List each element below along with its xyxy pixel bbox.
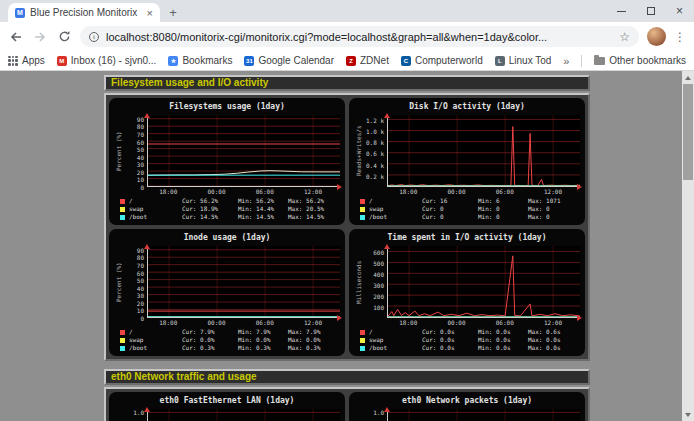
y-tick-label: 1.2 k [366, 116, 384, 123]
y-tick-label: 40 [137, 153, 144, 160]
y-tick-label: 0.4 k [366, 161, 384, 168]
address-bar[interactable]: i localhost:8080/monitorix-cgi/monitorix… [80, 26, 639, 47]
x-tick-label: 18:00 [159, 188, 177, 195]
graph-filesystems-usage[interactable]: Filesystems usage (1day) Percent (%) 010… [109, 98, 345, 225]
window-maximize-button[interactable] [636, 0, 665, 22]
page-info-icon[interactable]: i [89, 32, 99, 42]
other-bookmarks-button[interactable]: Other bookmarks [594, 55, 686, 66]
x-tick-label: 06:00 [496, 319, 514, 326]
legend-cur-value: Cur: 14.5% [182, 213, 238, 221]
graph-eth0-packets[interactable]: eth0 Network packets (1day) 1.00.8 18:00… [349, 392, 585, 421]
legend-row: /Cur: 7.9%Min: 7.9%Max: 7.9% [120, 328, 340, 336]
legend-min-value: Min: 14.4% [238, 205, 288, 213]
tab-close-icon[interactable]: × [147, 7, 153, 19]
y-axis-label [114, 409, 123, 421]
legend-row: swapCur: 0Min: 0Max: 0 [360, 205, 580, 213]
plot-area [387, 115, 580, 187]
linux-today-icon: L [495, 56, 505, 66]
y-axis-ticks: 100200300400500600 [363, 246, 387, 318]
x-tick-label: 12:00 [304, 188, 322, 195]
y-tick-label: 50 [137, 277, 144, 284]
legend-color-swatch [120, 346, 125, 351]
profile-avatar[interactable] [647, 27, 666, 46]
browser-menu-icon[interactable]: ⋮ [674, 30, 686, 44]
bookmarks-overflow-icon[interactable]: » [563, 55, 569, 67]
plot-area [387, 409, 580, 421]
graph-time-spent-io[interactable]: Time spent in I/O activity (1day) Millis… [349, 229, 585, 356]
x-tick-label: 12:00 [544, 188, 562, 195]
legend-row: /bootCur: 14.5%Min: 14.5%Max: 14.5% [120, 213, 340, 221]
x-axis-ticks: 18:0000:0006:0012:00 [147, 318, 340, 326]
url-text[interactable]: localhost:8080/monitorix-cgi/monitorix.c… [106, 31, 612, 43]
scroll-down-icon[interactable] [682, 409, 694, 421]
bookmark-item[interactable]: ZZDNet [346, 55, 389, 66]
reload-button[interactable] [56, 29, 72, 45]
forward-button[interactable] [32, 29, 48, 45]
window-close-button[interactable]: × [665, 0, 694, 22]
y-tick-label: 100 [373, 303, 384, 310]
legend-fs-name: /boot [129, 213, 182, 221]
graph-inode-usage[interactable]: Inode usage (1day) Percent (%) 010203040… [109, 229, 345, 356]
legend-min-value: Min: 0.0s [478, 344, 528, 352]
y-tick-label: 0.2 k [366, 172, 384, 179]
apps-grid-icon [8, 56, 18, 66]
legend-fs-name: / [129, 197, 182, 205]
y-tick-label: 0 [140, 315, 144, 322]
x-axis-ticks: 18:0000:0006:0012:00 [387, 318, 580, 326]
series-/ [388, 127, 580, 186]
y-tick-label: 90 [137, 246, 144, 253]
y-tick-label: 300 [373, 281, 384, 288]
legend-row: swapCur: 0.0sMin: 0.0sMax: 0.0s [360, 336, 580, 344]
legend-min-value: Min: 14.5% [238, 213, 288, 221]
window-controls: × [607, 0, 694, 22]
legend-max-value: Max: 20.5% [288, 205, 340, 213]
bookmarks-bar: Apps MInbox (16) - sjvn0...★Bookmarks31G… [0, 51, 694, 71]
graph-eth0-traffic[interactable]: eth0 FastEthernet LAN (1day) 1.00.8 18:0… [109, 392, 345, 421]
scroll-up-icon[interactable] [682, 71, 694, 83]
zdnet-icon: Z [346, 56, 356, 66]
y-tick-label: 500 [373, 259, 384, 266]
monitorix-page: Filesystem usage and I/O activity Filesy… [104, 75, 590, 421]
x-tick-label: 00:00 [447, 319, 465, 326]
back-button[interactable] [8, 29, 24, 45]
x-tick-label: 00:00 [447, 188, 465, 195]
page-scrollbar[interactable] [682, 71, 694, 421]
y-tick-label: 50 [137, 146, 144, 153]
legend-fs-name: swap [129, 205, 182, 213]
legend-min-value: Min: 0.0% [238, 336, 288, 344]
y-tick-label: 0.6 k [366, 150, 384, 157]
legend-fs-name: swap [129, 336, 182, 344]
bookmark-label: ZDNet [360, 55, 389, 66]
bookmark-item[interactable]: LLinux Today [495, 55, 551, 66]
page-viewport: Filesystem usage and I/O activity Filesy… [0, 71, 694, 421]
legend-cur-value: Cur: 18.9% [182, 205, 238, 213]
bookmark-item[interactable]: 31Google Calendar [244, 55, 334, 66]
legend-color-swatch [360, 346, 365, 351]
legend-color-swatch [120, 215, 125, 220]
legend-min-value: Min: 56.2% [238, 197, 288, 205]
y-axis-ticks: 0102030405060708090 [123, 246, 147, 318]
window-minimize-button[interactable] [607, 0, 636, 22]
legend-color-swatch [120, 330, 125, 335]
y-tick-label: 1.0 [133, 409, 144, 416]
browser-toolbar: i localhost:8080/monitorix-cgi/monitorix… [0, 22, 694, 51]
legend-fs-name: / [129, 328, 182, 336]
legend-row: /Cur: 0.0sMin: 0.0sMax: 0.6s [360, 328, 580, 336]
bookmark-item[interactable]: MInbox (16) - sjvn0... [57, 55, 157, 66]
graph-disk-io-activity[interactable]: Disk I/O activity (1day) Reads+Writes/s … [349, 98, 585, 225]
apps-shortcut[interactable]: Apps [8, 55, 45, 66]
bookmark-star-icon[interactable]: ☆ [619, 31, 630, 43]
legend-cur-value: Cur: 0.0% [182, 336, 238, 344]
legend-fs-name: /boot [369, 344, 422, 352]
gmail-icon: M [57, 56, 67, 66]
google-calendar-icon: 31 [244, 56, 254, 66]
y-tick-label: 40 [137, 284, 144, 291]
bookmark-item[interactable]: CComputerworld [401, 55, 483, 66]
new-tab-button[interactable]: + [160, 3, 186, 22]
browser-tab[interactable]: M Blue Precision Monitorix × [8, 3, 160, 22]
x-tick-label: 18:00 [399, 319, 417, 326]
tab-title: Blue Precision Monitorix [30, 7, 142, 18]
scrollbar-thumb[interactable] [683, 84, 693, 180]
y-axis-label [354, 409, 363, 421]
bookmark-item[interactable]: ★Bookmarks [168, 55, 232, 66]
